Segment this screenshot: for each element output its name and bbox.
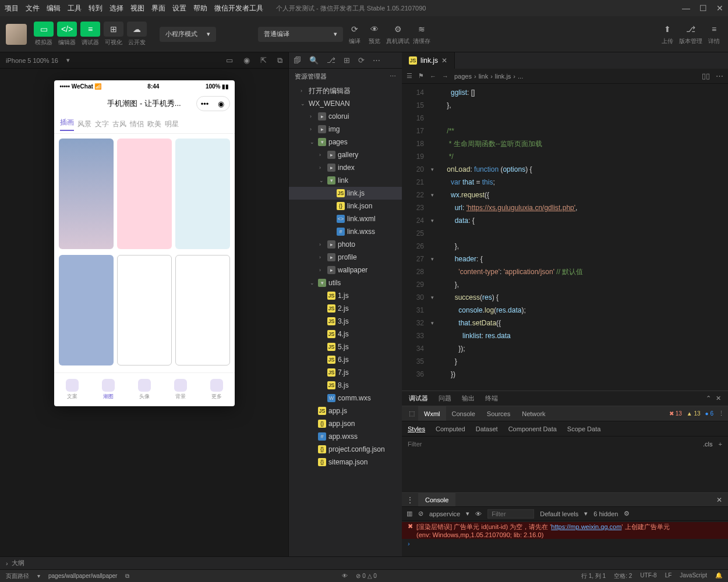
debug-tab[interactable]: 调试器 (409, 394, 428, 403)
error-count[interactable]: ⊘ 0 △ 0 (356, 573, 376, 579)
tree-item[interactable]: ›▸photo (289, 238, 402, 251)
tree-item[interactable]: #link.wxss (289, 225, 402, 238)
tree-item[interactable]: JSlink.js (289, 187, 402, 200)
styles-tab[interactable]: Dataset (476, 425, 498, 432)
tree-item[interactable]: ›▸index (289, 161, 402, 174)
branch-icon[interactable]: ⎇ (327, 56, 335, 65)
console-filter-input[interactable] (487, 509, 534, 519)
phone-tab[interactable]: 风景 (77, 119, 91, 129)
menu-item[interactable]: 工具 (68, 3, 82, 13)
real-debug-icon[interactable]: ⚙ (390, 23, 406, 36)
tabbar-item[interactable]: 更多 (210, 379, 223, 400)
compile-dropdown[interactable]: 普通编译▾ (258, 27, 343, 42)
tree-item[interactable]: Wcomm.wxs (289, 392, 402, 404)
hidden-count[interactable]: 6 hidden (593, 510, 618, 517)
toggle-sidebar-icon[interactable]: ▥ (407, 510, 412, 517)
route-path[interactable]: pages/wallpaper/wallpaper (48, 573, 117, 579)
debugger-button[interactable]: ≡ (80, 22, 100, 37)
wallpaper-thumb[interactable] (59, 255, 114, 365)
preview-icon[interactable]: 👁 (366, 23, 383, 36)
close-icon[interactable]: ✕ (716, 395, 721, 402)
menu-item[interactable]: 微信开发者工具 (214, 3, 263, 13)
breadcrumb[interactable]: pages›link›link.js›... (454, 73, 523, 80)
tree-item[interactable]: ⌄▾pages (289, 136, 402, 148)
tree-item[interactable]: JS5.js (289, 340, 402, 353)
collapse-icon[interactable]: ⌃ (706, 395, 711, 402)
menu-item[interactable]: 选择 (109, 3, 123, 13)
menu-item[interactable]: 转到 (89, 3, 103, 13)
tree-item[interactable]: ⌄▾link (289, 174, 402, 187)
tree-item[interactable]: #app.wxss (289, 430, 402, 443)
tree-item[interactable]: {}project.config.json (289, 443, 402, 456)
indent[interactable]: 空格: 2 (614, 572, 632, 580)
styles-tab[interactable]: Component Data (508, 425, 557, 432)
menu-item[interactable]: 设置 (172, 3, 186, 13)
device-selector[interactable]: iPhone 5 100% 16 (6, 57, 58, 64)
menu-item[interactable]: 视图 (130, 3, 144, 13)
tabbar-item[interactable]: 背景 (174, 379, 187, 400)
route-label[interactable]: 页面路径 (6, 572, 29, 580)
layout-icon[interactable]: ⧉ (277, 56, 282, 65)
eye-icon[interactable]: 👁 (475, 510, 482, 517)
editor-tab-linkjs[interactable]: JS link.js ✕ (402, 52, 455, 69)
phone-tab[interactable]: 欧美 (147, 119, 161, 129)
menu-item[interactable]: 界面 (151, 3, 165, 13)
device-icon[interactable]: ▭ (226, 56, 233, 65)
bell-icon[interactable]: 🔔 (715, 572, 722, 580)
phone-tab[interactable]: 插画 (60, 118, 74, 131)
close-tab-icon[interactable]: ✕ (441, 56, 447, 65)
sync-icon[interactable]: ⟳ (358, 56, 365, 65)
cloud-button[interactable]: ☁ (127, 22, 147, 37)
gear-icon[interactable]: ⚙ (624, 510, 630, 517)
phone-tab[interactable]: 文字 (95, 119, 109, 129)
tree-item[interactable]: {}sitemap.json (289, 456, 402, 469)
menu-item[interactable]: 帮助 (193, 3, 207, 13)
tree-section[interactable]: ⌄WX_WENAN (289, 97, 402, 110)
bookmark-icon[interactable]: ⚑ (418, 72, 424, 80)
debug-tab[interactable]: 终端 (485, 394, 498, 403)
devtool-tab[interactable]: Sources (481, 406, 516, 421)
tabbar-item[interactable]: 文案 (66, 379, 79, 400)
editor-button[interactable]: </> (57, 22, 77, 37)
wallpaper-thumb[interactable] (117, 255, 172, 365)
tree-item[interactable]: ›▸img (289, 123, 402, 136)
avatar[interactable] (6, 24, 27, 45)
console-prompt[interactable]: › (402, 539, 728, 548)
tree-item[interactable]: JS4.js (289, 328, 402, 340)
inspect-icon[interactable]: ⬚ (405, 410, 418, 417)
cls-toggle[interactable]: .cls (703, 441, 713, 448)
close-miniapp-icon[interactable]: ◉ (213, 97, 229, 111)
tree-section[interactable]: ›打开的编辑器 (289, 84, 402, 97)
menu-item[interactable]: 编辑 (47, 3, 61, 13)
debug-tab[interactable]: 问题 (439, 394, 451, 403)
version-icon[interactable]: ⎇ (683, 23, 699, 36)
code-editor[interactable]: 14 gglist: []15 },1617 /**18 * 生命周期函数--监… (402, 84, 728, 391)
compile-icon[interactable]: ⟳ (347, 23, 363, 36)
phone-tab[interactable]: 情侣 (130, 119, 144, 129)
language[interactable]: JavaScript (680, 572, 707, 580)
tree-item[interactable]: JS8.js (289, 379, 402, 392)
tree-item[interactable]: ›▸colorui (289, 110, 402, 123)
tree-item[interactable]: ›▸gallery (289, 148, 402, 161)
styles-tab[interactable]: Styles (408, 425, 425, 432)
styles-tab[interactable]: Scope Data (567, 425, 600, 432)
grid-icon[interactable]: ⊞ (344, 56, 350, 65)
close-console-icon[interactable]: ✕ (711, 496, 728, 504)
wallpaper-thumb[interactable] (175, 255, 230, 365)
phone-tab[interactable]: 明星 (165, 119, 179, 129)
upload-icon[interactable]: ⬆ (659, 23, 676, 36)
tree-item[interactable]: JS2.js (289, 302, 402, 315)
info-badge[interactable]: ● 6 (705, 410, 713, 417)
nav-fwd-icon[interactable]: → (442, 73, 448, 80)
search-icon[interactable]: 🔍 (309, 56, 319, 65)
tree-item[interactable]: {}link.json (289, 200, 402, 212)
close-icon[interactable]: ✕ (716, 3, 723, 13)
menu-item[interactable]: 文件 (26, 3, 40, 13)
more-icon[interactable]: ⋮ (718, 410, 725, 417)
simulator-button[interactable]: ▭ (34, 22, 54, 37)
devtool-tab[interactable]: Network (516, 406, 551, 421)
mode-dropdown[interactable]: 小程序模式▾ (160, 27, 216, 42)
levels-dropdown[interactable]: Default levels (540, 510, 578, 517)
wallpaper-thumb[interactable] (175, 139, 230, 249)
styles-filter-input[interactable] (408, 441, 697, 448)
